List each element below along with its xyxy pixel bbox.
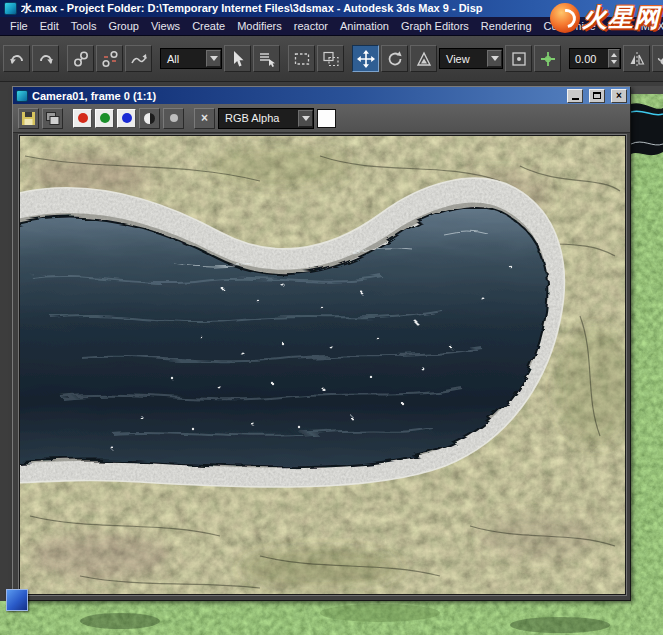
select-and-scale-button[interactable]	[410, 45, 437, 72]
spinner-down-icon	[611, 60, 617, 64]
3dsmax-app-icon	[4, 2, 17, 15]
chevron-down-icon	[302, 116, 310, 121]
spinner-arrows[interactable]	[608, 49, 620, 68]
select-by-name-button[interactable]	[253, 45, 280, 72]
snap-value-spinner[interactable]: 0.00	[569, 48, 621, 69]
red-channel-icon	[78, 113, 88, 123]
menu-tools[interactable]: Tools	[65, 18, 103, 34]
rfw-titlebar[interactable]: Camera01, frame 0 (1:1) ×	[13, 87, 630, 104]
background-color-swatch[interactable]	[317, 109, 336, 128]
toolbar-separator	[66, 103, 70, 133]
menu-edit[interactable]: Edit	[34, 18, 65, 34]
menu-animation[interactable]: Animation	[334, 18, 395, 34]
rotate-icon	[386, 50, 404, 68]
manipulate-icon	[539, 50, 557, 68]
maximize-icon	[593, 92, 601, 99]
scale-icon	[415, 50, 433, 68]
green-channel-icon	[100, 113, 110, 123]
toolbar-separator	[187, 103, 191, 133]
menu-graph-editors[interactable]: Graph Editors	[395, 18, 475, 34]
rfw-toolbar: × RGB Alpha	[13, 104, 630, 133]
redo-icon	[37, 50, 55, 68]
rectangular-region-icon	[293, 50, 311, 68]
window-crossing-icon	[322, 50, 340, 68]
mirror-icon	[628, 50, 646, 68]
dropdown-arrow-button[interactable]	[487, 50, 502, 67]
reference-coordinate-dropdown[interactable]: View	[439, 48, 503, 69]
selection-filter-dropdown[interactable]: All	[160, 48, 222, 69]
blue-channel-icon	[122, 113, 132, 123]
rendered-image-canvas	[19, 135, 626, 595]
minimize-icon	[572, 98, 579, 100]
rfw-title-text: Camera01, frame 0 (1:1)	[32, 90, 561, 102]
use-center-icon	[510, 50, 528, 68]
viewport-bottom-strip[interactable]	[0, 601, 663, 635]
toolbar-separator	[154, 44, 158, 74]
enable-red-channel-button[interactable]	[73, 109, 92, 128]
coordinate-system-value: View	[446, 53, 470, 65]
select-and-link-button[interactable]	[67, 45, 94, 72]
select-by-name-icon	[258, 50, 276, 68]
toolbar-separator	[61, 44, 65, 74]
clone-windows-icon	[45, 111, 60, 126]
watermark: 火星网	[550, 1, 660, 34]
enable-blue-channel-button[interactable]	[117, 109, 136, 128]
toolbar-separator	[563, 44, 567, 74]
menu-file[interactable]: File	[4, 18, 34, 34]
viewport-right-sliver[interactable]	[631, 86, 663, 635]
render-setup-teapot-icon	[657, 50, 663, 68]
space-warp-icon	[130, 50, 148, 68]
mirror-button[interactable]	[623, 45, 650, 72]
dropdown-arrow-button[interactable]	[206, 50, 221, 67]
use-center-button[interactable]	[505, 45, 532, 72]
close-button[interactable]: ×	[611, 89, 627, 103]
background-window-icon[interactable]	[6, 589, 28, 611]
select-and-move-button[interactable]	[352, 45, 379, 72]
chevron-down-icon	[210, 56, 218, 61]
main-toolbar: All View 0.00	[0, 36, 663, 82]
menu-modifiers[interactable]: Modifiers	[231, 18, 288, 34]
bind-to-space-warp-button[interactable]	[125, 45, 152, 72]
window-title: 水.max - Project Folder: D:\Temporary Int…	[21, 1, 483, 16]
clear-x-icon: ×	[201, 111, 208, 125]
toolbar-separator	[346, 44, 350, 74]
watermark-logo-icon	[550, 3, 580, 33]
spinner-value: 0.00	[575, 53, 596, 65]
clone-rendered-frame-button[interactable]	[42, 108, 63, 129]
clear-button[interactable]: ×	[194, 108, 215, 129]
chevron-down-icon	[491, 56, 499, 61]
selection-region-button[interactable]	[288, 45, 315, 72]
channel-display-dropdown[interactable]: RGB Alpha	[218, 108, 314, 129]
redo-button[interactable]	[32, 45, 59, 72]
unlink-selection-button[interactable]	[96, 45, 123, 72]
menu-views[interactable]: Views	[145, 18, 186, 34]
maximize-button[interactable]	[589, 89, 605, 103]
unlink-icon	[101, 50, 119, 68]
menu-group[interactable]: Group	[102, 18, 145, 34]
render-setup-button[interactable]	[652, 45, 663, 72]
enable-green-channel-button[interactable]	[95, 109, 114, 128]
select-and-manipulate-button[interactable]	[534, 45, 561, 72]
menu-reactor[interactable]: reactor	[288, 18, 334, 34]
menu-create[interactable]: Create	[186, 18, 231, 34]
grass-texture	[631, 86, 663, 635]
rfw-window-icon	[16, 90, 28, 102]
spinner-up-icon	[611, 53, 617, 57]
link-icon	[72, 50, 90, 68]
select-and-rotate-button[interactable]	[381, 45, 408, 72]
channel-display-value: RGB Alpha	[225, 112, 279, 124]
display-alpha-channel-button[interactable]	[139, 108, 160, 129]
save-floppy-icon	[21, 111, 36, 126]
save-bitmap-button[interactable]	[18, 108, 39, 129]
close-icon: ×	[616, 91, 622, 101]
dropdown-arrow-button[interactable]	[298, 110, 313, 127]
toolbar-separator	[282, 44, 286, 74]
menu-rendering[interactable]: Rendering	[475, 18, 538, 34]
window-crossing-button[interactable]	[317, 45, 344, 72]
monochrome-button[interactable]	[163, 108, 184, 129]
minimize-button[interactable]	[567, 89, 583, 103]
rendered-image	[20, 136, 625, 594]
selection-filter-value: All	[167, 53, 179, 65]
select-object-button[interactable]	[224, 45, 251, 72]
undo-button[interactable]	[3, 45, 30, 72]
